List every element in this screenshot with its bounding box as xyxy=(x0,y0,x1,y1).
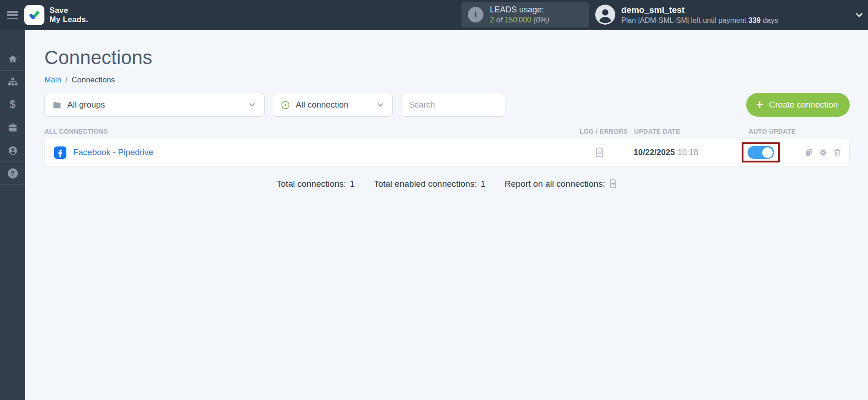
copy-icon[interactable] xyxy=(804,148,814,157)
update-date: 10/22/202510:18 xyxy=(634,148,742,157)
chevron-down-icon[interactable] xyxy=(854,10,864,20)
summary-bar: Total connections: 1 Total enabled conne… xyxy=(44,178,850,189)
sidebar: $ ? xyxy=(0,30,25,400)
folder-icon xyxy=(52,100,62,110)
groups-select-value: All groups xyxy=(67,100,105,110)
annotation-highlight xyxy=(742,142,780,162)
sidebar-item-connections[interactable] xyxy=(0,70,25,93)
connection-select[interactable]: All connection xyxy=(273,93,393,117)
user-avatar-icon xyxy=(595,5,615,25)
breadcrumb-separator: / xyxy=(65,76,68,85)
top-header: Save My Leads. i LEADS usage: 2 of 150'0… xyxy=(0,0,868,30)
sidebar-item-account[interactable] xyxy=(0,139,25,162)
breadcrumb: Main / Connections xyxy=(44,76,850,85)
play-circle-icon xyxy=(281,100,290,110)
user-menu[interactable]: demo_sml_test Plan |ADM-SML-SM| left unt… xyxy=(595,5,778,25)
sidebar-item-home[interactable] xyxy=(0,48,25,70)
sidebar-item-billing[interactable]: $ xyxy=(0,93,25,116)
toggle-knob xyxy=(762,147,773,158)
breadcrumb-current: Connections xyxy=(72,76,115,85)
connection-name-link[interactable]: Facebook - Pipedrive xyxy=(73,147,153,157)
leads-usage-widget: i LEADS usage: 2 of 150'000 (0%) xyxy=(461,2,589,27)
page-title: Connections xyxy=(44,47,850,69)
user-circle-icon xyxy=(8,146,18,156)
trash-icon[interactable] xyxy=(833,148,842,157)
breadcrumb-main-link[interactable]: Main xyxy=(44,76,61,85)
create-connection-button[interactable]: + Create connection xyxy=(746,93,850,117)
total-connections: Total connections: 1 xyxy=(277,179,355,189)
username: demo_sml_test xyxy=(621,5,778,16)
col-log-errors: LOG / ERRORS xyxy=(580,128,634,135)
total-enabled-connections: Total enabled connections: 1 xyxy=(374,179,486,189)
gear-icon[interactable] xyxy=(819,148,828,157)
chevron-down-icon xyxy=(248,100,257,109)
checkmark-logo-icon xyxy=(24,5,44,25)
question-circle-icon: ? xyxy=(8,168,18,178)
connection-select-value: All connection xyxy=(296,100,348,110)
plan-info: Plan |ADM-SML-SM| left until payment 339… xyxy=(621,16,778,26)
search-input[interactable] xyxy=(401,93,505,117)
report-all-connections: Report on all connections: xyxy=(505,178,618,189)
home-icon xyxy=(8,54,18,64)
sidebar-item-services[interactable] xyxy=(0,116,25,139)
facebook-icon xyxy=(54,146,66,159)
connection-row: Facebook - Pipedrive 10/22/202510:18 xyxy=(44,139,850,166)
info-icon: i xyxy=(468,7,483,22)
briefcase-icon xyxy=(8,123,18,133)
table-header: ALL CONNECTIONS LOG / ERRORS UPDATE DATE… xyxy=(44,128,850,135)
dollar-icon: $ xyxy=(10,98,16,111)
brand-name: Save My Leads. xyxy=(49,6,88,25)
chevron-down-icon xyxy=(376,100,385,109)
col-update-date: UPDATE DATE xyxy=(634,128,742,135)
leads-usage-label: LEADS usage: xyxy=(490,5,549,15)
sidebar-item-help[interactable]: ? xyxy=(0,162,25,185)
col-auto-update: AUTO UPDATE xyxy=(742,128,803,135)
sitemap-icon xyxy=(8,77,18,87)
menu-button[interactable] xyxy=(7,11,18,19)
filter-bar: All groups All connection + Create conne… xyxy=(44,93,850,117)
leads-usage-value: 2 of 150'000 (0%) xyxy=(490,15,549,25)
plus-icon: + xyxy=(756,98,763,110)
log-file-icon[interactable] xyxy=(595,147,604,158)
col-all-connections: ALL CONNECTIONS xyxy=(44,128,580,135)
report-file-icon[interactable] xyxy=(609,178,618,189)
main-content: Connections Main / Connections All group… xyxy=(25,30,868,400)
groups-select[interactable]: All groups xyxy=(44,93,265,117)
auto-update-toggle[interactable] xyxy=(748,146,774,159)
brand-logo[interactable]: Save My Leads. xyxy=(24,5,88,25)
